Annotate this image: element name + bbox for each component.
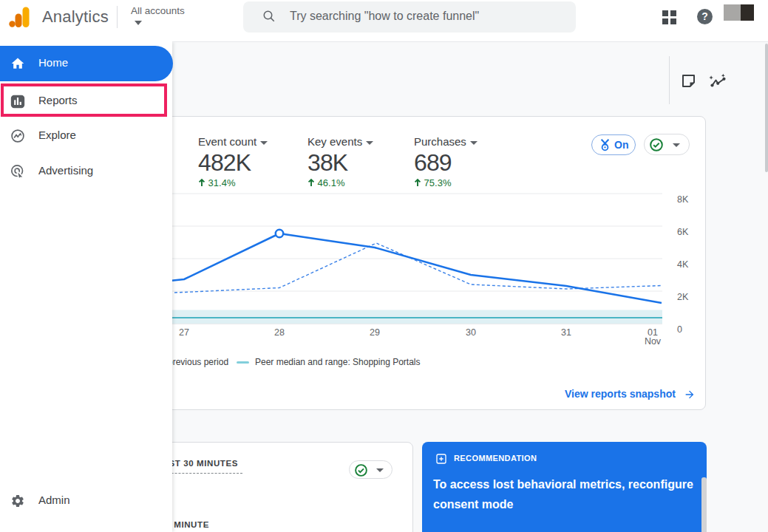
svg-text:6K: 6K	[677, 227, 689, 237]
svg-text:8K: 8K	[677, 194, 689, 205]
svg-text:29: 29	[370, 327, 380, 338]
svg-text:27: 27	[179, 327, 189, 338]
svg-text:4K: 4K	[677, 259, 689, 270]
svg-text:28: 28	[274, 327, 285, 338]
svg-text:Nov: Nov	[645, 336, 662, 347]
svg-text:2K: 2K	[677, 292, 689, 302]
svg-text:31: 31	[561, 327, 571, 338]
svg-text:30: 30	[466, 327, 476, 338]
svg-text:0: 0	[677, 324, 682, 335]
